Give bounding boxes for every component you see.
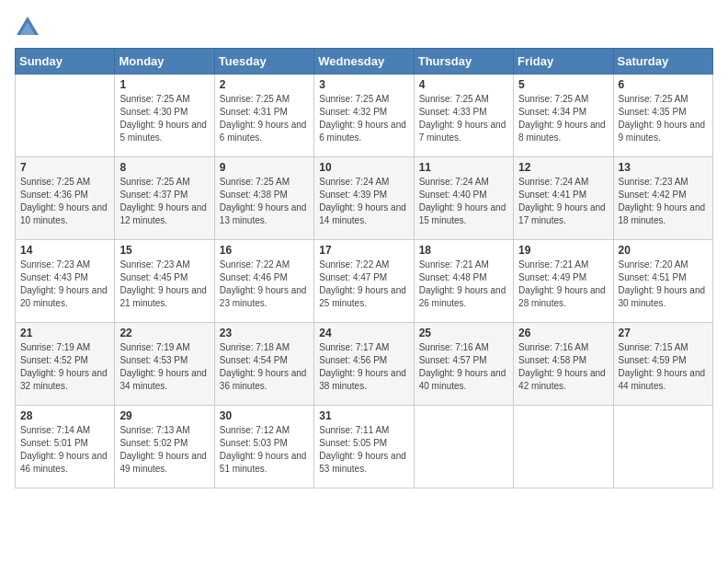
day-info: Sunrise: 7:20 AMSunset: 4:51 PMDaylight:… <box>619 259 708 310</box>
date-number: 30 <box>220 409 309 422</box>
header-cell-thursday: Thursday <box>414 49 513 75</box>
header-cell-wednesday: Wednesday <box>314 49 414 75</box>
date-number: 11 <box>419 161 508 174</box>
day-info: Sunrise: 7:24 AMSunset: 4:40 PMDaylight:… <box>419 176 508 227</box>
week-row-4: 21Sunrise: 7:19 AMSunset: 4:52 PMDayligh… <box>16 323 713 406</box>
day-info: Sunrise: 7:19 AMSunset: 4:53 PMDaylight:… <box>119 341 209 393</box>
day-info: Sunrise: 7:17 AMSunset: 4:56 PMDaylight:… <box>319 341 408 393</box>
day-cell: 6Sunrise: 7:25 AMSunset: 4:35 PMDaylight… <box>613 75 712 157</box>
day-info: Sunrise: 7:25 AMSunset: 4:31 PMDaylight:… <box>220 93 309 144</box>
date-number: 21 <box>20 327 109 339</box>
day-info: Sunrise: 7:13 AMSunset: 5:02 PMDaylight:… <box>119 424 209 476</box>
day-info: Sunrise: 7:25 AMSunset: 4:38 PMDaylight:… <box>220 176 309 227</box>
day-cell: 19Sunrise: 7:21 AMSunset: 4:49 PMDayligh… <box>514 240 613 323</box>
day-cell: 9Sunrise: 7:25 AMSunset: 4:38 PMDaylight… <box>214 157 313 240</box>
header-cell-tuesday: Tuesday <box>214 49 313 75</box>
logo-icon <box>15 15 40 40</box>
day-cell: 30Sunrise: 7:12 AMSunset: 5:03 PMDayligh… <box>214 406 313 488</box>
week-row-1: 1Sunrise: 7:25 AMSunset: 4:30 PMDaylight… <box>16 75 713 157</box>
day-cell: 12Sunrise: 7:24 AMSunset: 4:41 PMDayligh… <box>514 157 613 240</box>
day-info: Sunrise: 7:14 AMSunset: 5:01 PMDaylight:… <box>20 424 109 476</box>
day-cell <box>514 406 613 488</box>
date-number: 29 <box>119 409 209 422</box>
date-number: 19 <box>518 244 608 257</box>
day-cell: 27Sunrise: 7:15 AMSunset: 4:59 PMDayligh… <box>613 323 712 406</box>
date-number: 23 <box>220 327 309 339</box>
date-number: 4 <box>419 78 508 91</box>
date-number: 1 <box>119 78 209 91</box>
date-number: 26 <box>518 327 608 339</box>
day-info: Sunrise: 7:25 AMSunset: 4:35 PMDaylight:… <box>619 93 708 144</box>
day-info: Sunrise: 7:23 AMSunset: 4:45 PMDaylight:… <box>119 259 209 310</box>
day-cell <box>613 406 712 488</box>
day-cell: 8Sunrise: 7:25 AMSunset: 4:37 PMDaylight… <box>115 157 214 240</box>
day-info: Sunrise: 7:12 AMSunset: 5:03 PMDaylight:… <box>220 424 309 476</box>
day-info: Sunrise: 7:19 AMSunset: 4:52 PMDaylight:… <box>20 341 109 393</box>
day-cell: 28Sunrise: 7:14 AMSunset: 5:01 PMDayligh… <box>16 406 115 488</box>
day-info: Sunrise: 7:15 AMSunset: 4:59 PMDaylight:… <box>619 341 708 393</box>
header-cell-friday: Friday <box>514 49 613 75</box>
date-number: 24 <box>319 327 408 339</box>
week-row-2: 7Sunrise: 7:25 AMSunset: 4:36 PMDaylight… <box>16 157 713 240</box>
day-info: Sunrise: 7:24 AMSunset: 4:41 PMDaylight:… <box>518 176 608 227</box>
header-row: SundayMondayTuesdayWednesdayThursdayFrid… <box>16 49 713 75</box>
day-info: Sunrise: 7:18 AMSunset: 4:54 PMDaylight:… <box>220 341 309 393</box>
day-cell: 23Sunrise: 7:18 AMSunset: 4:54 PMDayligh… <box>214 323 313 406</box>
day-info: Sunrise: 7:25 AMSunset: 4:36 PMDaylight:… <box>20 176 109 227</box>
day-info: Sunrise: 7:11 AMSunset: 5:05 PMDaylight:… <box>319 424 408 476</box>
day-cell: 2Sunrise: 7:25 AMSunset: 4:31 PMDaylight… <box>214 75 313 157</box>
day-info: Sunrise: 7:21 AMSunset: 4:49 PMDaylight:… <box>518 259 608 310</box>
date-number: 2 <box>220 78 309 91</box>
day-info: Sunrise: 7:23 AMSunset: 4:42 PMDaylight:… <box>619 176 708 227</box>
day-cell: 18Sunrise: 7:21 AMSunset: 4:48 PMDayligh… <box>414 240 513 323</box>
header-cell-saturday: Saturday <box>613 49 712 75</box>
date-number: 16 <box>220 244 309 257</box>
calendar-table: SundayMondayTuesdayWednesdayThursdayFrid… <box>15 48 713 488</box>
day-cell <box>414 406 513 488</box>
day-cell: 5Sunrise: 7:25 AMSunset: 4:34 PMDaylight… <box>514 75 613 157</box>
day-cell: 24Sunrise: 7:17 AMSunset: 4:56 PMDayligh… <box>314 323 414 406</box>
header-cell-monday: Monday <box>115 49 214 75</box>
day-info: Sunrise: 7:25 AMSunset: 4:37 PMDaylight:… <box>119 176 209 227</box>
day-cell: 4Sunrise: 7:25 AMSunset: 4:33 PMDaylight… <box>414 75 513 157</box>
date-number: 9 <box>220 161 309 174</box>
header <box>15 15 713 40</box>
day-cell: 7Sunrise: 7:25 AMSunset: 4:36 PMDaylight… <box>16 157 115 240</box>
date-number: 8 <box>119 161 209 174</box>
date-number: 10 <box>319 161 408 174</box>
date-number: 25 <box>419 327 508 339</box>
day-cell: 13Sunrise: 7:23 AMSunset: 4:42 PMDayligh… <box>613 157 712 240</box>
day-cell: 29Sunrise: 7:13 AMSunset: 5:02 PMDayligh… <box>115 406 214 488</box>
day-cell: 3Sunrise: 7:25 AMSunset: 4:32 PMDaylight… <box>314 75 414 157</box>
day-cell: 20Sunrise: 7:20 AMSunset: 4:51 PMDayligh… <box>613 240 712 323</box>
day-cell <box>16 75 115 157</box>
day-info: Sunrise: 7:24 AMSunset: 4:39 PMDaylight:… <box>319 176 408 227</box>
day-info: Sunrise: 7:25 AMSunset: 4:30 PMDaylight:… <box>119 93 209 144</box>
date-number: 27 <box>619 327 708 339</box>
day-cell: 16Sunrise: 7:22 AMSunset: 4:46 PMDayligh… <box>214 240 313 323</box>
week-row-5: 28Sunrise: 7:14 AMSunset: 5:01 PMDayligh… <box>16 406 713 488</box>
day-info: Sunrise: 7:25 AMSunset: 4:33 PMDaylight:… <box>419 93 508 144</box>
date-number: 20 <box>619 244 708 257</box>
date-number: 18 <box>419 244 508 257</box>
date-number: 15 <box>119 244 209 257</box>
date-number: 5 <box>518 78 608 91</box>
logo <box>15 15 44 40</box>
date-number: 3 <box>319 78 408 91</box>
date-number: 22 <box>119 327 209 339</box>
day-info: Sunrise: 7:16 AMSunset: 4:58 PMDaylight:… <box>518 341 608 393</box>
day-cell: 11Sunrise: 7:24 AMSunset: 4:40 PMDayligh… <box>414 157 513 240</box>
day-cell: 26Sunrise: 7:16 AMSunset: 4:58 PMDayligh… <box>514 323 613 406</box>
day-info: Sunrise: 7:16 AMSunset: 4:57 PMDaylight:… <box>419 341 508 393</box>
day-info: Sunrise: 7:21 AMSunset: 4:48 PMDaylight:… <box>419 259 508 310</box>
day-info: Sunrise: 7:25 AMSunset: 4:34 PMDaylight:… <box>518 93 608 144</box>
header-cell-sunday: Sunday <box>16 49 115 75</box>
date-number: 28 <box>20 409 109 422</box>
date-number: 17 <box>319 244 408 257</box>
day-cell: 14Sunrise: 7:23 AMSunset: 4:43 PMDayligh… <box>16 240 115 323</box>
day-cell: 22Sunrise: 7:19 AMSunset: 4:53 PMDayligh… <box>115 323 214 406</box>
week-row-3: 14Sunrise: 7:23 AMSunset: 4:43 PMDayligh… <box>16 240 713 323</box>
day-info: Sunrise: 7:22 AMSunset: 4:46 PMDaylight:… <box>220 259 309 310</box>
day-cell: 17Sunrise: 7:22 AMSunset: 4:47 PMDayligh… <box>314 240 414 323</box>
day-cell: 21Sunrise: 7:19 AMSunset: 4:52 PMDayligh… <box>16 323 115 406</box>
